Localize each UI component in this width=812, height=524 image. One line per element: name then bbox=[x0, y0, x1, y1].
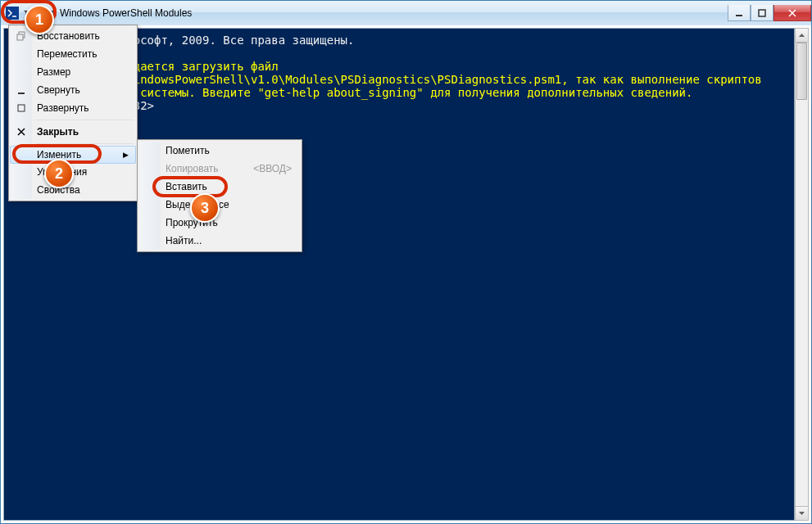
submenu-select-all[interactable]: Выделить все bbox=[139, 196, 300, 214]
annotation-badge-2: 2 bbox=[44, 159, 74, 188]
minimize-button[interactable] bbox=[728, 5, 751, 21]
menu-properties[interactable]: Свойства bbox=[11, 181, 135, 199]
titlebar[interactable]: тратор: Windows PowerShell Modules bbox=[1, 1, 811, 25]
menu-separator bbox=[35, 143, 134, 144]
scroll-track[interactable] bbox=[796, 43, 808, 506]
svg-rect-1 bbox=[736, 15, 742, 16]
restore-icon bbox=[16, 30, 27, 42]
menu-minimize[interactable]: Свернуть bbox=[11, 81, 135, 99]
edit-submenu: Пометить Копировать <ВВОД> Вставить Выде… bbox=[137, 139, 302, 252]
window-controls bbox=[728, 5, 811, 21]
scroll-down-button[interactable] bbox=[796, 506, 808, 520]
maximize-button[interactable] bbox=[751, 5, 773, 21]
submenu-mark[interactable]: Пометить bbox=[139, 142, 300, 160]
menu-size[interactable]: Размер bbox=[11, 63, 135, 81]
close-button[interactable] bbox=[773, 5, 811, 21]
svg-rect-2 bbox=[759, 10, 765, 16]
submenu-scroll[interactable]: Прокрутить bbox=[139, 214, 300, 232]
submenu-paste[interactable]: Вставить bbox=[139, 178, 300, 196]
maximize-icon bbox=[16, 102, 27, 114]
close-icon bbox=[16, 126, 27, 138]
submenu-copy: Копировать <ВВОД> bbox=[139, 160, 300, 178]
svg-rect-4 bbox=[17, 34, 23, 40]
menu-close[interactable]: Закрыть bbox=[11, 123, 135, 141]
scroll-thumb[interactable] bbox=[796, 43, 807, 100]
minimize-icon bbox=[16, 84, 27, 96]
copy-shortcut: <ВВОД> bbox=[253, 163, 300, 174]
menu-move[interactable]: Переместить bbox=[11, 45, 135, 63]
submenu-arrow-icon: ▶ bbox=[123, 151, 129, 159]
menu-edit[interactable]: Изменить ▶ bbox=[10, 146, 136, 164]
annotation-badge-3: 3 bbox=[190, 193, 220, 223]
app-icon bbox=[6, 7, 19, 20]
scroll-up-button[interactable] bbox=[796, 29, 808, 43]
menu-maximize[interactable]: Развернуть bbox=[11, 99, 135, 117]
svg-rect-6 bbox=[18, 105, 25, 111]
submenu-find[interactable]: Найти... bbox=[139, 232, 300, 250]
annotation-badge-1: 1 bbox=[25, 5, 54, 34]
svg-rect-5 bbox=[18, 93, 25, 94]
vertical-scrollbar[interactable] bbox=[795, 28, 809, 521]
menu-separator bbox=[35, 120, 134, 120]
